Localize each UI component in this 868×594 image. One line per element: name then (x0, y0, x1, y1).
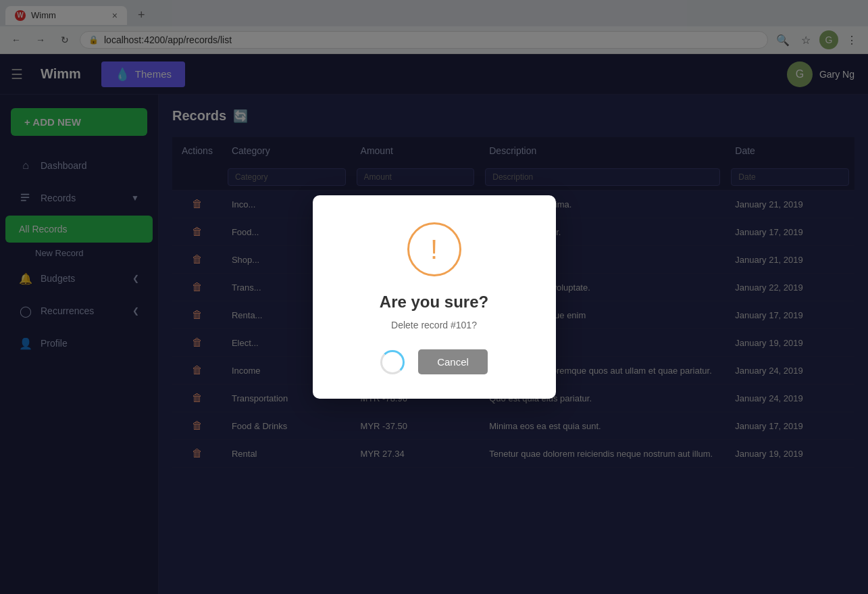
delete-confirmation-modal: ! Are you sure? Delete record #101? Canc… (313, 195, 556, 399)
delete-confirmation-overlay: ! Are you sure? Delete record #101? Canc… (159, 95, 868, 594)
cancel-button[interactable]: Cancel (418, 349, 488, 374)
app-body: + ADD NEW ⌂ Dashboard Records ▼ All Reco… (0, 95, 868, 594)
main-content: Records 🔄 Actions Category Amount Descri… (159, 95, 868, 594)
modal-title: Are you sure? (347, 293, 522, 312)
modal-message: Delete record #101? (347, 320, 522, 330)
warning-icon: ! (407, 222, 461, 276)
warning-symbol: ! (430, 234, 438, 265)
app-container: ☰ Wimm 💧 Themes G Gary Ng + ADD NEW ⌂ Da… (0, 54, 868, 594)
modal-actions: Cancel (347, 349, 522, 374)
loading-spinner (380, 350, 405, 374)
